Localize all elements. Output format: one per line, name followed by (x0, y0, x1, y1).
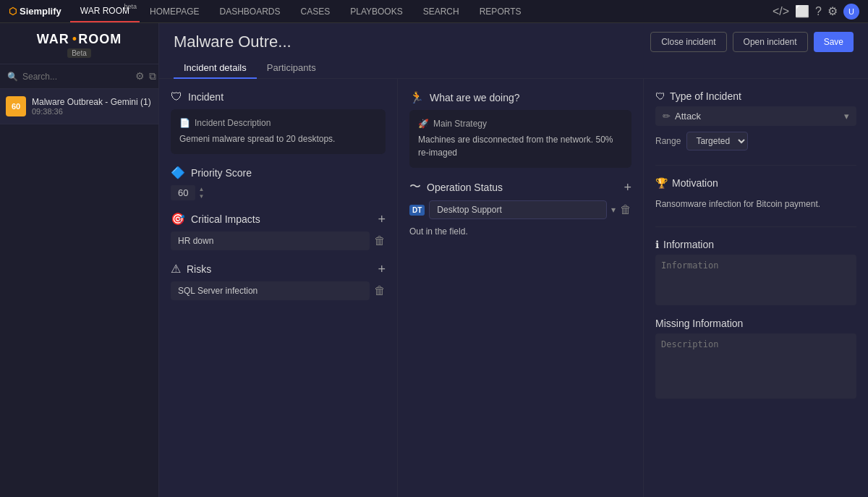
risks-icon: ⚠ (171, 262, 181, 276)
right-panel: 🛡 Type of Incident ✏ Attack ▾ Range Targ… (644, 79, 868, 497)
tab-participants[interactable]: Participants (257, 58, 326, 79)
save-button[interactable]: Save (814, 32, 854, 52)
header-buttons: Close incident Open incident Save (650, 32, 854, 52)
top-nav: ⬡ Siemplify WAR ROOM beta HOMEPAGE DASHB… (0, 0, 868, 23)
what-section-header: 🏃 What are we doing? (409, 90, 631, 104)
critical-impacts-header: 🎯 Critical Impacts + (171, 212, 386, 226)
incident-list: 60 Malware Outbreak - Gemini (1) 09:38:3… (0, 89, 158, 497)
impact-input[interactable] (171, 231, 370, 250)
range-row: Range Targeted (655, 132, 856, 150)
add-status-button[interactable]: + (624, 181, 631, 194)
tab-incident-details[interactable]: Incident details (174, 58, 257, 79)
main-content: Malware Outre... Close incident Open inc… (159, 23, 868, 497)
nav-search[interactable]: SEARCH (413, 0, 469, 22)
priority-number: 60 (171, 185, 195, 200)
settings-icon[interactable]: ⚙ (135, 70, 145, 82)
incident-section: 🛡 Incident 📄 Incident Description Gemeni… (171, 90, 386, 154)
nav-reports[interactable]: REPORTS (469, 0, 532, 22)
beta-tag: beta (124, 3, 137, 10)
delete-risk-button[interactable]: 🗑 (374, 284, 386, 297)
incident-section-header: 🛡 Incident (171, 90, 386, 103)
close-incident-button[interactable]: Close incident (650, 32, 726, 52)
doc-icon: 📄 (179, 118, 190, 128)
app-name: Siemplify (20, 6, 61, 17)
description-text: Gemeni malware spread to 20 desktops. (179, 132, 377, 145)
range-dropdown[interactable]: Targeted (686, 132, 748, 150)
user-shield-icon: 🛡 (655, 90, 665, 102)
war-room-title-part1: WAR (37, 32, 69, 47)
motivation-icon: 🏆 (655, 177, 668, 189)
search-input[interactable] (22, 72, 131, 82)
missing-information-textarea[interactable] (655, 334, 856, 399)
priority-value-row: 60 ▲ ▼ (171, 185, 386, 200)
page-title: Malware Outre... (174, 33, 292, 51)
target-icon: 🎯 (171, 212, 185, 226)
incident-name: Malware Outbreak - Gemini (1) (32, 97, 153, 107)
incident-section-title: Incident (188, 91, 224, 103)
type-section-title: 🛡 Type of Incident (655, 90, 856, 102)
description-label: 📄 Incident Description (179, 118, 377, 128)
incident-description-card: 📄 Incident Description Gemeni malware sp… (171, 109, 386, 154)
attack-type-value: Attack (675, 111, 844, 122)
risk-input[interactable] (171, 281, 370, 300)
incident-time: 09:38:36 (32, 107, 153, 116)
chevron-down-icon: ▾ (844, 111, 849, 122)
op-status-dropdown-row: DT Desktop Support ▾ 🗑 (409, 200, 631, 219)
user-avatar[interactable]: U (843, 4, 859, 20)
sidebar-beta-label: Beta (67, 48, 91, 58)
question-icon[interactable]: ? (815, 5, 822, 18)
spinner-up[interactable]: ▲ (198, 186, 204, 193)
team-dropdown[interactable]: Desktop Support (429, 200, 607, 219)
sidebar: WAR • ROOM Beta 🔍 ⚙ ⧉ + 60 Malware Outbr… (0, 23, 159, 497)
logo-icon: ⬡ (9, 6, 17, 17)
priority-spinners[interactable]: ▲ ▼ (198, 186, 204, 200)
search-bar: 🔍 ⚙ ⧉ + (0, 64, 158, 89)
critical-impacts-title: Critical Impacts (191, 213, 260, 225)
what-section: 🏃 What are we doing? 🚀 Main Strategy Mac… (409, 90, 631, 168)
priority-section: 🔷 Priority Score 60 ▲ ▼ (171, 166, 386, 200)
tabs: Incident details Participants (159, 52, 868, 79)
attack-type-dropdown[interactable]: ✏ Attack ▾ (655, 106, 856, 126)
dropdown-chevron-icon: ▾ (611, 205, 616, 215)
strategy-label: 🚀 Main Strategy (418, 119, 623, 129)
nav-homepage[interactable]: HOMEPAGE (140, 0, 209, 22)
nav-playbooks[interactable]: PLAYBOOKS (340, 0, 412, 22)
what-section-title: What are we doing? (430, 92, 520, 103)
content-header: Malware Outre... Close incident Open inc… (159, 23, 868, 52)
type-of-incident-section: 🛡 Type of Incident ✏ Attack ▾ Range Targ… (655, 90, 856, 153)
incident-info: Malware Outbreak - Gemini (1) 09:38:36 (32, 97, 153, 116)
information-textarea[interactable] (655, 255, 856, 305)
nav-dashboards[interactable]: DASHBOARDS (209, 0, 290, 22)
open-incident-button[interactable]: Open incident (733, 32, 808, 52)
operation-status-section: 〜 Operation Status + DT Desktop Support … (409, 179, 631, 238)
gift-icon[interactable]: ⬜ (795, 4, 809, 18)
nav-cases[interactable]: CASES (291, 0, 341, 22)
add-impact-button[interactable]: + (378, 213, 386, 226)
shield-icon: 🛡 (171, 90, 182, 103)
motivation-section: 🏆 Motivation Ransomware infection for Bi… (655, 177, 856, 215)
add-risk-button[interactable]: + (378, 263, 386, 276)
nav-war-room[interactable]: WAR ROOM beta (70, 0, 140, 22)
critical-impacts-section: 🎯 Critical Impacts + 🗑 (171, 212, 386, 250)
panels-area: 🛡 Incident 📄 Incident Description Gemeni… (159, 79, 868, 497)
op-status-left: 〜 Operation Status (409, 179, 503, 195)
list-item[interactable]: 60 Malware Outbreak - Gemini (1) 09:38:3… (0, 89, 158, 124)
risks-title: Risks (187, 263, 211, 275)
spinner-down[interactable]: ▼ (198, 193, 204, 200)
code-icon[interactable]: </> (773, 5, 789, 18)
strategy-text: Machines are disconnected from the netwo… (418, 133, 623, 159)
priority-icon: 🔷 (171, 166, 185, 179)
dt-badge: DT (409, 205, 425, 216)
delete-status-button[interactable]: 🗑 (620, 203, 631, 216)
copy-icon[interactable]: ⧉ (149, 70, 156, 82)
gear-icon[interactable]: ⚙ (827, 4, 838, 18)
war-room-separator: • (72, 32, 75, 47)
motivation-text: Ransomware infection for Bitcoin payment… (655, 193, 856, 215)
range-label: Range (655, 136, 681, 146)
pencil-icon: ✏ (663, 111, 671, 122)
risks-header: ⚠ Risks + (171, 262, 386, 276)
war-room-logo: WAR • ROOM Beta (0, 23, 158, 64)
search-icon: 🔍 (7, 72, 18, 82)
motivation-title: 🏆 Motivation (655, 177, 856, 189)
delete-impact-button[interactable]: 🗑 (374, 234, 386, 247)
